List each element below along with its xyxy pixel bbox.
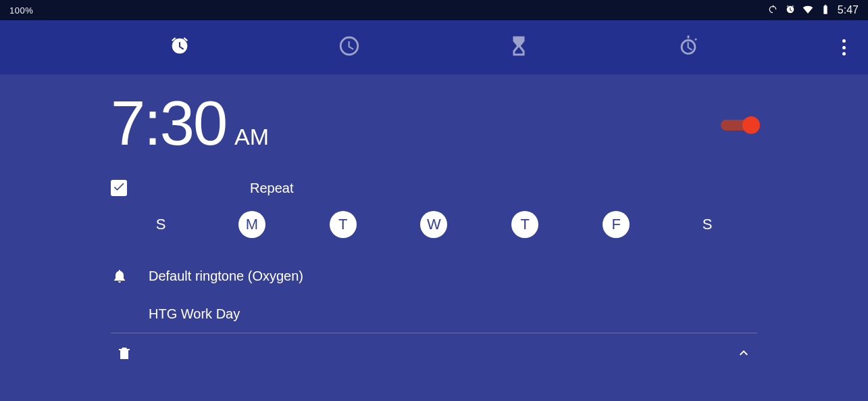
alarm-enable-toggle[interactable] [721,116,757,134]
day-mon[interactable]: M [238,211,265,238]
repeat-checkbox[interactable] [111,180,127,196]
sync-icon [767,4,778,17]
check-icon [112,180,126,196]
tab-clock[interactable] [337,35,361,60]
alarm-time-ampm: AM [234,124,269,157]
stopwatch-icon [677,34,700,60]
ringtone-text: Default ringtone (Oxygen) [149,268,303,284]
wifi-icon [802,4,813,17]
overflow-menu-button[interactable] [836,37,852,58]
collapse-button[interactable] [730,339,757,369]
alarm-clock-icon [168,34,191,60]
alarm-card: 7:30 AM Repeat S M T W T F S Default rin… [0,74,868,401]
tab-bar [0,20,868,74]
ringtone-row[interactable]: Default ringtone (Oxygen) [111,257,757,295]
tab-stopwatch[interactable] [676,35,700,60]
days-row: S M T W T F S [111,211,757,238]
tab-alarm[interactable] [168,35,192,60]
chevron-up-icon [736,352,752,363]
alarm-time-button[interactable]: 7:30 AM [111,92,269,157]
day-sun[interactable]: S [147,211,174,238]
hourglass-icon [507,34,530,60]
dots-icon [842,39,846,43]
repeat-label: Repeat [250,181,294,196]
day-tue[interactable]: T [330,211,357,238]
status-icons: 5:47 [767,4,859,17]
battery-percent-text: 100% [9,5,33,16]
trash-icon [116,352,132,363]
day-fri[interactable]: F [603,211,630,238]
delete-alarm-button[interactable] [111,339,138,369]
day-sat[interactable]: S [694,211,721,238]
alarm-icon [785,4,796,17]
tab-timer[interactable] [507,35,531,60]
alarm-label-text: HTG Work Day [149,306,240,322]
clock-icon [338,34,361,60]
status-bar: 100% 5:47 [0,0,868,20]
day-thu[interactable]: T [511,211,538,238]
battery-icon [820,4,831,17]
day-wed[interactable]: W [420,211,447,238]
label-row[interactable]: HTG Work Day [111,295,757,333]
status-clock: 5:47 [838,4,859,16]
alarm-time-value: 7:30 [111,92,226,154]
bell-icon [111,268,128,284]
